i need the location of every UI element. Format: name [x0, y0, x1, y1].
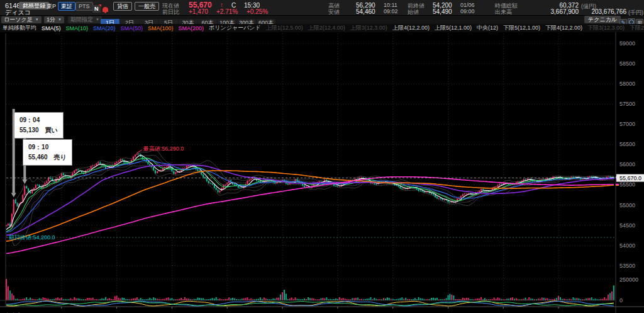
bollinger-band-item: 上限2(12,4.00): [308, 24, 345, 32]
bollinger-band-item: 下限5(12,1.00): [503, 24, 540, 32]
sell-time: 09：10: [28, 144, 48, 151]
svg-text:58500: 58500: [619, 60, 635, 67]
volume-value: 3,667,900: [535, 8, 579, 15]
indicator-legend: 単純移動平均 SMA(5)SMA(10)SMA(20)SMA(50)SMA(10…: [0, 24, 644, 32]
bollinger-band-item: 上限1(12,5.00): [266, 24, 303, 32]
sma-legend-items: SMA(5)SMA(10)SMA(20)SMA(50)SMA(100)SMA(2…: [42, 25, 204, 31]
sma-legend-item: SMA(100): [148, 25, 174, 31]
svg-text:56500: 56500: [619, 141, 635, 147]
bollinger-band-item: 下限4(12,2.00): [545, 24, 582, 32]
svg-text:250000: 250000: [619, 276, 638, 283]
sell-price: 55,460: [28, 154, 48, 161]
alert-bell-icon[interactable]: [103, 3, 108, 14]
chart-area[interactable]: 最高値:56,290.0前日終値:54,200.0590005850058000…: [0, 32, 644, 313]
buy-price: 55,130: [19, 127, 39, 134]
trade-marker-buy-callout: 09：04 55,130 買い: [14, 112, 64, 139]
price-axis: 5900058500580005750057000565005600055500…: [616, 40, 638, 304]
svg-text:54500: 54500: [619, 222, 635, 229]
open-time: 09:00: [460, 8, 475, 14]
price-up-arrow-icon: ↑: [220, 1, 223, 8]
svg-text:55000: 55000: [619, 202, 635, 208]
svg-text:55,670.0: 55,670.0: [619, 175, 641, 181]
sma-title: 単純移動平均: [3, 24, 36, 32]
svg-text:55500: 55500: [619, 181, 635, 188]
bollinger-band-item: 上限3(12,3.00): [350, 24, 387, 32]
change-percent: +2.71%: [216, 8, 238, 15]
prev-close-date: 01/06: [460, 2, 475, 8]
period-range-dropdown[interactable]: 期間指定▼: [68, 16, 102, 23]
period-range-value: 期間指定: [70, 16, 93, 23]
market-segment: 東P: [47, 3, 56, 11]
chevron-down-icon: ▼: [96, 16, 99, 23]
sma-legend-item: SMA(200): [179, 25, 204, 31]
open-value: 54,490: [433, 8, 452, 15]
chart-type-dropdown[interactable]: ローソク足▼: [1, 16, 42, 23]
chart-type-value: ローソク足: [4, 16, 33, 23]
sma-lines: [6, 156, 614, 254]
chart-toolbar: ローソク足▼ 1分▼ 期間指定▼ 1日2日3日5日30本60本100本300本6…: [0, 16, 644, 25]
bollinger-band-item: 下限2(12,4.00): [630, 24, 644, 32]
general-sell-badge: 一般売: [135, 2, 159, 11]
news-icon[interactable]: N: [92, 5, 101, 13]
tab-tse[interactable]: 東証: [58, 2, 75, 11]
bollinger-legend-items: 上限1(12,5.00)上限2(12,4.00)上限3(12,3.00)上限4(…: [266, 24, 644, 32]
change-percent-2: +0.25%: [247, 8, 268, 15]
candles-layer: [6, 153, 614, 227]
low-time: 09:02: [384, 8, 398, 14]
svg-text:56000: 56000: [619, 161, 635, 168]
grid-layer: [6, 33, 615, 307]
sma-legend-item: SMA(50): [121, 25, 143, 31]
tab-pts[interactable]: PTS: [75, 2, 93, 11]
bollinger-band-item: 中央(12): [477, 24, 498, 32]
technical-button[interactable]: テクニカル: [584, 16, 621, 23]
buy-side: 買い: [45, 127, 58, 134]
svg-text:57500: 57500: [619, 101, 635, 107]
svg-text:57000: 57000: [619, 121, 635, 127]
svg-text:59000: 59000: [619, 40, 635, 47]
low-value: 54,460: [356, 8, 375, 15]
interval-dropdown[interactable]: 1分▼: [44, 16, 64, 23]
margin-lend-badge: 貸借: [113, 2, 132, 11]
volume-bars: [6, 279, 614, 300]
sell-side: 売り: [54, 154, 67, 161]
svg-text:54000: 54000: [619, 242, 635, 249]
high-time: 10:11: [384, 2, 397, 8]
svg-text:最高値:56,290.0: 最高値:56,290.0: [143, 145, 184, 152]
trade-marker-sell-callout: 09：10 55,460 売り: [23, 139, 72, 166]
sma-legend-item: SMA(20): [93, 25, 116, 31]
quote-header: 6146 銘柄登録 東P 東証 PTS N 貸借 一般売 ディスコ 現在値 55…: [0, 0, 644, 16]
sma-legend-item: SMA(5): [42, 25, 61, 31]
change-value: +1,470: [189, 8, 208, 15]
prev-close-marker-label: 前日終値:54,200.0: [9, 234, 55, 241]
bollinger-band-item: 下限3(12,3.00): [587, 24, 625, 32]
chevron-down-icon: ▼: [35, 16, 39, 23]
chevron-down-icon: ▼: [58, 16, 62, 23]
bollinger-band-item: 上限4(12,2.00): [392, 24, 430, 32]
svg-text:0: 0: [619, 297, 623, 304]
svg-text:58000: 58000: [619, 81, 635, 87]
buy-time: 09：04: [19, 117, 40, 123]
interval-value: 1分: [47, 16, 55, 23]
turnover-value: 203,676,766: [581, 8, 626, 15]
bollinger-band-item: 上限5(12,1.00): [435, 24, 472, 32]
price-chart-svg[interactable]: 最高値:56,290.0前日終値:54,200.0590005850058000…: [0, 32, 644, 313]
sma-legend-item: SMA(10): [66, 25, 89, 31]
bollinger-title: ボリンジャーバンド: [209, 24, 261, 32]
rci-lines: [6, 301, 614, 306]
svg-text:53500: 53500: [619, 263, 635, 269]
